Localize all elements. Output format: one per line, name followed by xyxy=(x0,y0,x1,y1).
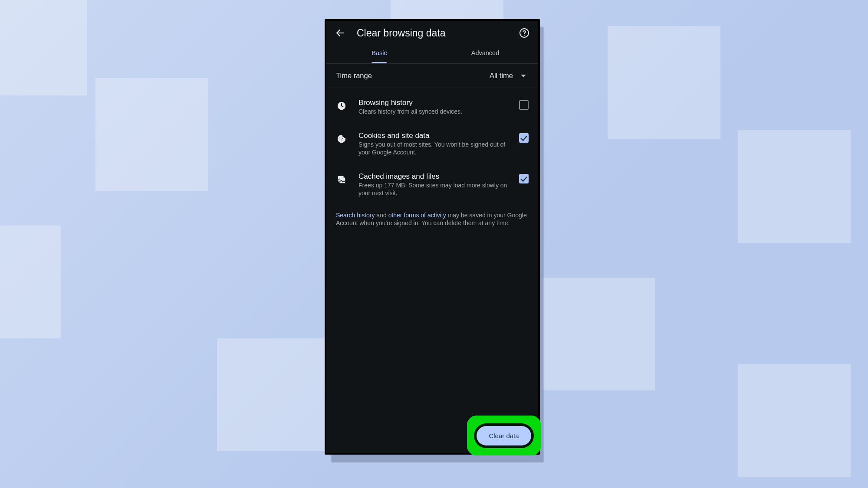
svg-point-3 xyxy=(339,138,340,138)
item-cached-images[interactable]: Cached images and files Frees up 177 MB.… xyxy=(326,164,538,205)
item-text: Cached images and files Frees up 177 MB.… xyxy=(358,172,508,197)
clear-data-button[interactable]: Clear data xyxy=(477,426,531,445)
item-subtitle: Signs you out of most sites. You won't b… xyxy=(358,141,508,157)
app-header: Clear browsing data xyxy=(326,21,538,43)
image-icon xyxy=(336,174,347,185)
tab-basic[interactable]: Basic xyxy=(326,43,432,63)
tab-bar: Basic Advanced xyxy=(326,43,538,64)
item-title: Browsing history xyxy=(358,98,508,107)
arrow-left-icon xyxy=(335,28,345,38)
help-button[interactable] xyxy=(518,27,530,39)
item-subtitle: Frees up 177 MB. Some sites may load mor… xyxy=(358,182,508,197)
checkbox-browsing-history[interactable] xyxy=(519,100,529,110)
item-text: Browsing history Clears history from all… xyxy=(358,98,508,116)
link-search-history[interactable]: Search history xyxy=(336,212,375,219)
clock-icon xyxy=(336,100,347,111)
page-title: Clear browsing data xyxy=(357,27,508,39)
item-title: Cached images and files xyxy=(358,172,508,181)
item-browsing-history[interactable]: Browsing history Clears history from all… xyxy=(326,91,538,124)
svg-point-1 xyxy=(524,35,525,36)
help-icon xyxy=(519,28,529,38)
time-range-value: All time xyxy=(490,72,513,80)
tab-advanced-label: Advanced xyxy=(471,49,500,56)
time-range-select[interactable]: All time xyxy=(490,72,529,80)
time-range-row: Time range All time xyxy=(326,64,538,88)
tab-basic-label: Basic xyxy=(372,49,387,56)
item-cookies[interactable]: Cookies and site data Signs you out of m… xyxy=(326,124,538,164)
checkbox-cookies[interactable] xyxy=(519,133,529,143)
time-range-label: Time range xyxy=(336,72,372,80)
bottom-action-area: Clear data xyxy=(326,441,538,453)
data-type-list: Browsing history Clears history from all… xyxy=(326,88,538,205)
dropdown-caret-icon xyxy=(521,75,526,77)
item-title: Cookies and site data xyxy=(358,131,508,140)
svg-point-5 xyxy=(342,138,343,139)
link-other-activity[interactable]: other forms of activity xyxy=(388,212,446,219)
cookie-icon xyxy=(336,133,347,144)
checkbox-cached-images[interactable] xyxy=(519,174,529,183)
item-subtitle: Clears history from all synced devices. xyxy=(358,108,508,116)
item-text: Cookies and site data Signs you out of m… xyxy=(358,131,508,157)
tutorial-highlight: Clear data xyxy=(467,416,541,455)
tab-advanced[interactable]: Advanced xyxy=(432,43,538,63)
footer-note: Search history and other forms of activi… xyxy=(326,205,538,227)
svg-rect-7 xyxy=(339,177,345,183)
back-button[interactable] xyxy=(334,27,346,39)
svg-point-4 xyxy=(341,140,342,141)
footer-note-text1: and xyxy=(375,212,388,219)
phone-screen: Clear browsing data Basic Advanced Time … xyxy=(325,19,540,455)
